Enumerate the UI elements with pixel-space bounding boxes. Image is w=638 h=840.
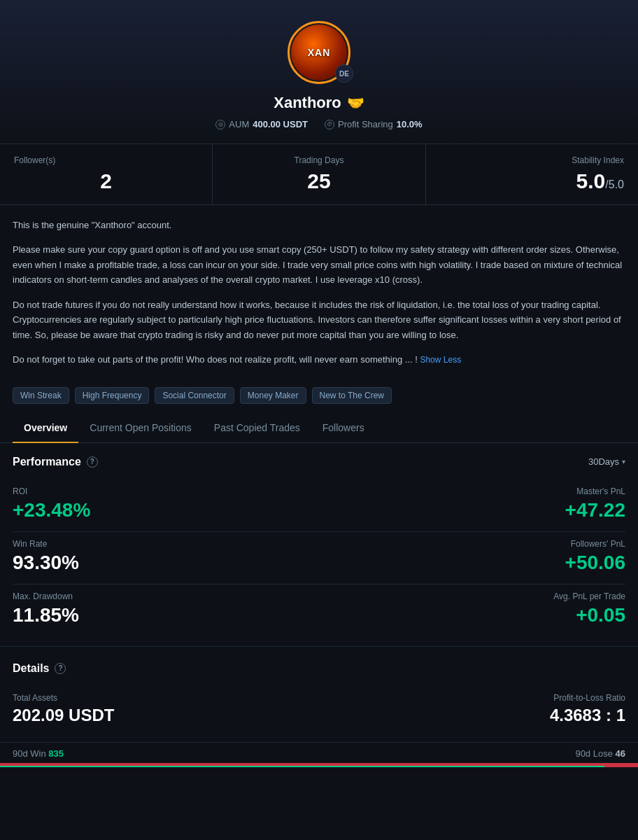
lose-90d: 90d Lose 46 [575,748,625,759]
avatar-wrapper: XAN DE [288,21,350,84]
roi-value: +23.48% [13,499,319,522]
lose-90d-value: 46 [616,748,625,759]
profile-meta: ◎ AUM 400.00 USDT ⏱ Profit Sharing 10.0% [14,119,624,130]
performance-grid: ROI +23.48% Master's PnL +47.22 Win Rate… [13,479,625,636]
chevron-down-icon: ▾ [622,458,625,465]
details-title: Details ? [13,662,66,675]
aum-meta: ◎ AUM 400.00 USDT [215,119,308,130]
win-90d-value: 835 [48,748,64,759]
performance-section: Performance ? 30Days ▾ ROI +23.48% Maste… [0,443,638,643]
trading-days-value: 25 [227,169,411,193]
tab-followers[interactable]: Followers [311,414,376,443]
masters-pnl-cell: Master's PnL +47.22 [319,479,625,532]
show-less-button[interactable]: Show Less [420,355,461,365]
tab-past-copied-trades[interactable]: Past Copied Trades [203,414,311,443]
profile-name: Xanthoro 🤝 [14,94,624,112]
win-rate-cell: Win Rate 93.30% [13,532,319,584]
details-grid: Total Assets 202.09 USDT Profit-to-Loss … [13,686,625,735]
max-drawdown-cell: Max. Drawdown 11.85% [13,584,319,636]
win-lose-row: 90d Win 835 90d Lose 46 [0,742,638,763]
flag-badge: DE [335,64,353,83]
description-section: This is the genuine "Xanthoro" account. … [0,205,638,384]
stability-stat: Stability Index 5.0/5.0 [426,144,638,204]
clock-icon: ⏱ [325,120,334,130]
profit-loss-value: 4.3683 : 1 [319,706,625,725]
details-header: Details ? [13,662,625,675]
performance-info-icon[interactable]: ? [87,456,98,468]
trading-days-label: Trading Days [227,155,411,165]
followers-pnl-label: Followers' PnL [319,539,625,549]
trading-days-stat: Trading Days 25 [213,144,425,204]
desc-para4: Do not forget to take out parts of the p… [13,352,625,368]
badges-row: Win Streak High Frequency Social Connect… [0,384,638,414]
performance-header: Performance ? 30Days ▾ [13,456,625,468]
avg-pnl-label: Avg. PnL per Trade [319,592,625,601]
aum-icon: ◎ [215,120,225,130]
details-section: Details ? Total Assets 202.09 USDT Profi… [0,650,638,742]
win-rate-bar [0,763,638,767]
tabs-row: Overview Current Open Positions Past Cop… [0,414,638,443]
win-rate-value: 93.30% [13,552,319,574]
profit-loss-label: Profit-to-Loss Ratio [319,693,625,703]
profit-loss-cell: Profit-to-Loss Ratio 4.3683 : 1 [319,686,625,735]
badge-new-to-crew: New to The Crew [312,387,392,404]
roi-label: ROI [13,486,319,496]
profile-header: XAN DE Xanthoro 🤝 ◎ AUM 400.00 USDT ⏱ Pr… [0,0,638,144]
tab-current-open-positions[interactable]: Current Open Positions [78,414,203,443]
masters-pnl-value: +47.22 [319,499,625,522]
desc-para3: Do not trade futures if you do not reall… [13,298,625,342]
followers-stat: Follower(s) 2 [0,144,213,204]
total-assets-cell: Total Assets 202.09 USDT [13,686,319,735]
masters-pnl-label: Master's PnL [319,486,625,496]
badge-social-connector: Social Connector [155,387,234,404]
badge-win-streak: Win Streak [13,387,69,404]
followers-pnl-value: +50.06 [319,552,625,574]
followers-pnl-cell: Followers' PnL +50.06 [319,532,625,584]
stats-row: Follower(s) 2 Trading Days 25 Stability … [0,144,638,205]
period-selector[interactable]: 30Days ▾ [588,456,625,467]
total-assets-value: 202.09 USDT [13,706,319,725]
stability-value: 5.0/5.0 [440,169,624,193]
avg-pnl-value: +0.05 [319,604,625,626]
badge-high-frequency: High Frequency [75,387,150,404]
max-drawdown-label: Max. Drawdown [13,592,319,601]
details-info-icon[interactable]: ? [55,663,66,674]
win-90d: 90d Win 835 [13,748,64,759]
desc-para2: Please make sure your copy guard option … [13,242,625,287]
tab-overview[interactable]: Overview [13,414,78,443]
followers-value: 2 [14,169,198,193]
total-assets-label: Total Assets [13,693,319,703]
win-rate-bar-fill [0,766,604,767]
stability-label: Stability Index [440,155,624,165]
win-rate-label: Win Rate [13,539,319,549]
roi-cell: ROI +23.48% [13,479,319,532]
max-drawdown-value: 11.85% [13,604,319,626]
desc-para1: This is the genuine "Xanthoro" account. [13,218,625,232]
performance-title: Performance ? [13,456,98,468]
verified-icon: 🤝 [347,94,364,111]
profit-sharing-meta: ⏱ Profit Sharing 10.0% [325,119,423,130]
badge-money-maker: Money Maker [240,387,306,404]
avg-pnl-cell: Avg. PnL per Trade +0.05 [319,584,625,636]
followers-label: Follower(s) [14,155,198,165]
